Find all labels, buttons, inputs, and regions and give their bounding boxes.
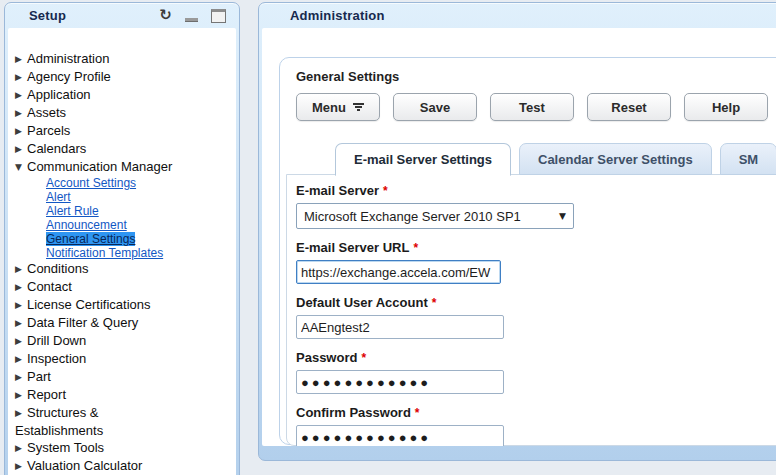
- collapse-arrow-icon[interactable]: ▼: [15, 159, 27, 176]
- tree-item-label: Drill Down: [27, 333, 86, 348]
- field-password: Password*: [296, 350, 776, 394]
- button-label: Menu: [312, 100, 346, 115]
- tree-item-system-tools[interactable]: ▶System Tools: [15, 439, 185, 457]
- administration-panel-title: Administration: [290, 8, 385, 23]
- expand-arrow-icon[interactable]: ▶: [15, 123, 27, 140]
- field-e-mail-server-url: E-mail Server URL*: [296, 240, 776, 284]
- field-label: E-mail Server URL*: [296, 240, 776, 255]
- tree-item-report[interactable]: ▶Report: [15, 386, 185, 404]
- tree-item-label: Assets: [27, 105, 66, 120]
- tree-item-data-filter-query[interactable]: ▶Data Filter & Query: [15, 314, 185, 332]
- tree-item-drill-down[interactable]: ▶Drill Down: [15, 332, 185, 350]
- tree-link-label[interactable]: Notification Templates: [46, 246, 163, 260]
- setup-tree: ▶Administration▶Agency Profile▶Applicati…: [8, 28, 236, 475]
- tree-item-assets[interactable]: ▶Assets: [15, 104, 185, 122]
- field-label: Password*: [296, 350, 776, 365]
- required-asterisk: *: [361, 351, 366, 365]
- tree-item-label: Inspection: [27, 351, 86, 366]
- refresh-icon[interactable]: ↻: [159, 8, 172, 23]
- expand-arrow-icon[interactable]: ▶: [15, 51, 27, 68]
- field-label-text: E-mail Server: [296, 183, 379, 198]
- email-server-settings-form: E-mail Server*Microsoft Exchange Server …: [296, 183, 776, 446]
- save-button[interactable]: Save: [393, 93, 477, 121]
- desktop: { "colors": { "selection_highlight": "#2…: [0, 0, 776, 475]
- tree-item-parcels[interactable]: ▶Parcels: [15, 122, 185, 140]
- expand-arrow-icon[interactable]: ▶: [15, 69, 27, 86]
- tree-link-notification-templates[interactable]: Notification Templates: [46, 246, 234, 260]
- minimize-icon[interactable]: [185, 18, 198, 22]
- tree-item-structures-establishments[interactable]: ▶Structures & Establishments: [15, 404, 185, 439]
- expand-arrow-icon[interactable]: ▶: [15, 333, 27, 350]
- tree-item-part[interactable]: ▶Part: [15, 368, 185, 386]
- button-label: Save: [420, 100, 450, 115]
- tree-link-label[interactable]: Alert: [46, 190, 71, 204]
- field-default-user-account: Default User Account*: [296, 295, 776, 339]
- tree-link-alert-rule[interactable]: Alert Rule: [46, 204, 234, 218]
- tree-item-label: Conditions: [27, 261, 88, 276]
- setup-panel-body: ▶Administration▶Agency Profile▶Applicati…: [8, 28, 236, 475]
- tree-item-inspection[interactable]: ▶Inspection: [15, 350, 185, 368]
- default-user-account-input[interactable]: [296, 315, 504, 339]
- tree-item-label: Data Filter & Query: [27, 315, 138, 330]
- expand-arrow-icon[interactable]: ▶: [15, 369, 27, 386]
- tree-link-label[interactable]: Alert Rule: [46, 204, 99, 218]
- button-label: Reset: [611, 100, 646, 115]
- tree-item-label: Structures & Establishments: [15, 405, 103, 438]
- expand-arrow-icon[interactable]: ▶: [15, 458, 27, 475]
- required-asterisk: *: [383, 184, 388, 198]
- expand-arrow-icon[interactable]: ▶: [15, 405, 27, 422]
- expand-arrow-icon[interactable]: ▶: [15, 105, 27, 122]
- menu-dropdown-icon: [353, 103, 364, 111]
- field-label: E-mail Server*: [296, 183, 776, 198]
- tree-item-valuation-calculator[interactable]: ▶Valuation Calculator: [15, 457, 185, 475]
- administration-panel-body: General Settings MenuSaveTestResetHelp E…: [262, 28, 776, 446]
- tree-item-calendars[interactable]: ▶Calendars: [15, 140, 185, 158]
- tab-sm[interactable]: SM: [720, 143, 776, 175]
- button-label: Test: [519, 100, 545, 115]
- expand-arrow-icon[interactable]: ▶: [15, 261, 27, 278]
- expand-arrow-icon[interactable]: ▶: [15, 279, 27, 296]
- tree-item-application[interactable]: ▶Application: [15, 86, 185, 104]
- expand-arrow-icon[interactable]: ▶: [15, 297, 27, 314]
- tree-item-label: Report: [27, 387, 66, 402]
- setup-panel-title: Setup: [29, 8, 66, 23]
- expand-arrow-icon[interactable]: ▶: [15, 141, 27, 158]
- e-mail-server-select[interactable]: Microsoft Exchange Server 2010 SP1▼: [296, 203, 574, 229]
- tree-link-general-settings[interactable]: General Settings: [46, 232, 234, 246]
- tree-link-label[interactable]: Announcement: [46, 218, 127, 232]
- tab-calendar-server-settings[interactable]: Calendar Server Settings: [519, 143, 712, 175]
- test-button[interactable]: Test: [490, 93, 574, 121]
- expand-arrow-icon[interactable]: ▶: [15, 351, 27, 368]
- tree-item-contact[interactable]: ▶Contact: [15, 278, 185, 296]
- setup-window-controls: ↻: [159, 8, 236, 23]
- tree-link-label[interactable]: Account Settings: [46, 176, 136, 190]
- tree-item-conditions[interactable]: ▶Conditions: [15, 260, 185, 278]
- menu-button[interactable]: Menu: [296, 93, 380, 121]
- tree-item-agency-profile[interactable]: ▶Agency Profile: [15, 68, 185, 86]
- confirm-password-input[interactable]: [296, 425, 504, 446]
- setup-panel: Setup ↻ ▶Administration▶Agency Profile▶A…: [4, 2, 240, 475]
- required-asterisk: *: [413, 241, 418, 255]
- tree-link-label[interactable]: General Settings: [46, 232, 135, 246]
- expand-arrow-icon[interactable]: ▶: [15, 87, 27, 104]
- expand-arrow-icon[interactable]: ▶: [15, 440, 27, 457]
- field-label-text: E-mail Server URL: [296, 240, 409, 255]
- tab-e-mail-server-settings[interactable]: E-mail Server Settings: [335, 143, 511, 176]
- e-mail-server-url-input[interactable]: [296, 260, 501, 284]
- email-server-settings-tab-panel: E-mail Server*Microsoft Exchange Server …: [286, 174, 776, 446]
- dropdown-arrow-icon: ▼: [559, 211, 566, 221]
- required-asterisk: *: [415, 406, 420, 420]
- tree-item-license-certifications[interactable]: ▶License Certifications: [15, 296, 185, 314]
- tree-item-administration[interactable]: ▶Administration: [15, 50, 185, 68]
- toolbar: MenuSaveTestResetHelp: [296, 93, 776, 121]
- tree-link-account-settings[interactable]: Account Settings: [46, 176, 234, 190]
- expand-arrow-icon[interactable]: ▶: [15, 315, 27, 332]
- reset-button[interactable]: Reset: [587, 93, 671, 121]
- tree-link-announcement[interactable]: Announcement: [46, 218, 234, 232]
- expand-arrow-icon[interactable]: ▶: [15, 387, 27, 404]
- password-input[interactable]: [296, 370, 504, 394]
- tree-item-communication-manager[interactable]: ▼Communication Manager: [15, 158, 185, 176]
- tree-link-alert[interactable]: Alert: [46, 190, 234, 204]
- maximize-icon[interactable]: [211, 9, 226, 23]
- help-button[interactable]: Help: [684, 93, 768, 121]
